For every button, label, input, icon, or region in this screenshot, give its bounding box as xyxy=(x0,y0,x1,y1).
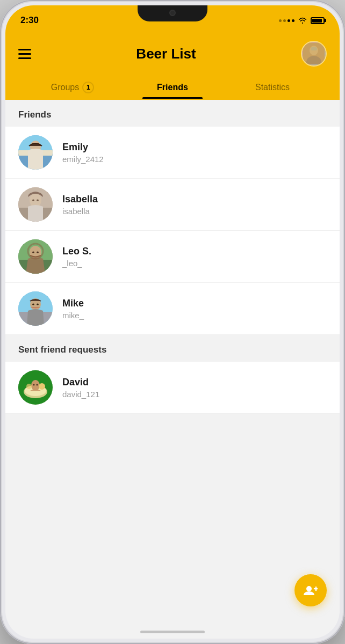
svg-point-31 xyxy=(37,384,38,386)
svg-point-23 xyxy=(37,304,39,305)
friends-section-header: Friends xyxy=(5,100,340,127)
signal-icon xyxy=(279,19,294,22)
wifi-icon xyxy=(298,17,307,24)
friend-item-mike[interactable]: Mike mike_ xyxy=(5,283,340,335)
friend-avatar-emily xyxy=(18,135,53,170)
svg-point-11 xyxy=(32,200,34,201)
friend-info-mike: Mike mike_ xyxy=(62,298,327,320)
tab-statistics[interactable]: Statistics xyxy=(222,76,322,99)
user-avatar[interactable] xyxy=(301,41,327,67)
tab-groups-badge: 1 xyxy=(82,82,94,93)
home-indicator xyxy=(140,631,205,633)
svg-point-17 xyxy=(32,252,34,253)
hamburger-line-1 xyxy=(18,49,31,50)
notch xyxy=(138,5,207,21)
friend-avatar-image-emily xyxy=(18,135,53,170)
friends-list: Emily emily_2412 xyxy=(5,127,340,335)
tab-statistics-label: Statistics xyxy=(255,83,290,92)
signal-dot-4 xyxy=(292,19,294,22)
user-avatar-image xyxy=(302,42,326,65)
friend-username-emily: emily_2412 xyxy=(62,155,327,164)
friend-avatar-isabella xyxy=(18,187,53,222)
friend-name-isabella: Isabella xyxy=(62,194,327,205)
svg-point-22 xyxy=(32,304,34,305)
battery-fill xyxy=(312,19,322,23)
friend-avatar-image-leo xyxy=(18,239,53,274)
tabs-bar: Groups 1 Friends Statistics xyxy=(18,75,327,100)
friend-info-isabella: Isabella isabella xyxy=(62,194,327,216)
svg-point-32 xyxy=(306,586,312,591)
battery-icon xyxy=(311,17,325,24)
tab-groups-label: Groups xyxy=(51,83,79,92)
friend-username-mike: mike_ xyxy=(62,311,327,320)
tab-groups[interactable]: Groups 1 xyxy=(23,75,123,100)
tab-friends[interactable]: Friends xyxy=(123,76,222,99)
friend-item-emily[interactable]: Emily emily_2412 xyxy=(5,127,340,179)
friend-name-david: David xyxy=(62,377,327,388)
svg-rect-3 xyxy=(311,47,317,50)
friend-username-david: david_121 xyxy=(62,390,327,399)
friend-avatar-image-isabella xyxy=(18,187,53,222)
content-area: Friends xyxy=(5,100,340,414)
friend-avatar-image-mike xyxy=(18,291,53,326)
friend-username-isabella: isabella xyxy=(62,207,327,216)
status-icons xyxy=(279,17,325,24)
friend-name-emily: Emily xyxy=(62,142,327,153)
add-person-icon xyxy=(304,583,318,597)
hamburger-line-3 xyxy=(18,57,31,59)
menu-button[interactable] xyxy=(18,49,31,59)
svg-point-12 xyxy=(37,200,39,201)
app-title: Beer List xyxy=(136,46,196,62)
svg-point-30 xyxy=(33,384,35,386)
friend-username-leo: _leo_ xyxy=(62,259,327,268)
svg-point-29 xyxy=(26,384,32,389)
friend-info-emily: Emily emily_2412 xyxy=(62,142,327,164)
phone-frame: 2:30 xyxy=(0,0,345,644)
svg-point-18 xyxy=(37,252,39,253)
friend-name-leo: Leo S. xyxy=(62,246,327,257)
tab-friends-label: Friends xyxy=(157,83,188,92)
friend-item-isabella[interactable]: Isabella isabella xyxy=(5,179,340,231)
add-friend-fab[interactable] xyxy=(294,574,327,606)
status-time: 2:30 xyxy=(20,15,39,26)
sent-requests-section-header: Sent friend requests xyxy=(5,335,340,362)
app-header: Beer List Groups 1 xyxy=(5,32,340,100)
friend-item-david[interactable]: David david_121 xyxy=(5,362,340,414)
signal-dot-1 xyxy=(279,19,282,22)
friend-item-leo[interactable]: Leo S. _leo_ xyxy=(5,231,340,283)
signal-dot-3 xyxy=(288,19,290,22)
friend-avatar-david xyxy=(18,370,53,405)
hamburger-line-2 xyxy=(18,53,31,55)
signal-dot-2 xyxy=(283,19,286,22)
friend-info-david: David david_121 xyxy=(62,377,327,399)
friend-avatar-leo xyxy=(18,239,53,274)
friend-info-leo: Leo S. _leo_ xyxy=(62,246,327,268)
friend-avatar-mike xyxy=(18,291,53,326)
front-camera xyxy=(169,10,176,16)
svg-point-28 xyxy=(39,383,45,390)
sent-requests-list: David david_121 xyxy=(5,362,340,414)
screen: 2:30 xyxy=(5,5,340,639)
friend-name-mike: Mike xyxy=(62,298,327,309)
header-top: Beer List xyxy=(18,41,327,67)
friend-avatar-image-david xyxy=(18,370,53,405)
